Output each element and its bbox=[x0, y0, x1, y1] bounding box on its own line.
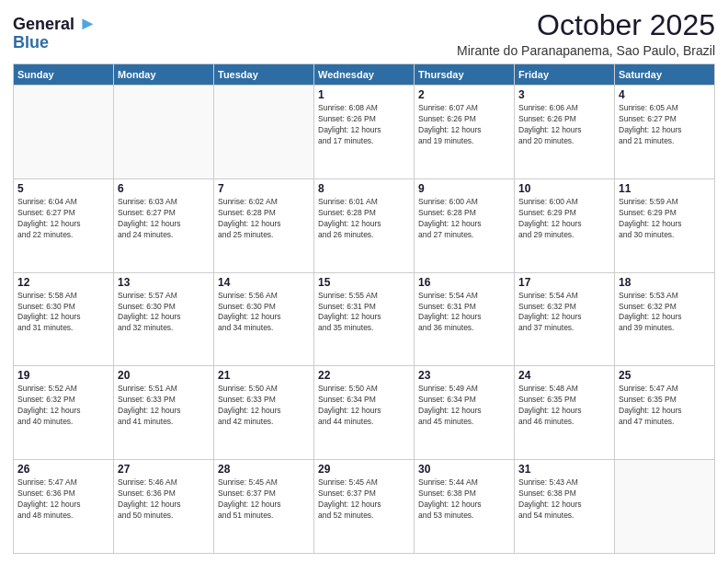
cell-info: Sunrise: 5:49 AM Sunset: 6:34 PM Dayligh… bbox=[418, 384, 510, 428]
calendar-cell: 4Sunrise: 6:05 AM Sunset: 6:27 PM Daylig… bbox=[615, 86, 715, 179]
calendar-cell: 22Sunrise: 5:50 AM Sunset: 6:34 PM Dayli… bbox=[314, 366, 415, 460]
day-number: 20 bbox=[118, 369, 210, 382]
day-number: 23 bbox=[418, 369, 510, 382]
calendar-cell: 15Sunrise: 5:55 AM Sunset: 6:31 PM Dayli… bbox=[314, 272, 415, 366]
week-row-1: 5Sunrise: 6:04 AM Sunset: 6:27 PM Daylig… bbox=[14, 178, 715, 272]
day-header-sunday: Sunday bbox=[14, 64, 114, 86]
day-number: 4 bbox=[619, 88, 711, 101]
day-number: 10 bbox=[518, 182, 610, 195]
logo-general: General bbox=[13, 15, 74, 33]
day-number: 9 bbox=[418, 182, 510, 195]
cell-info: Sunrise: 6:07 AM Sunset: 6:26 PM Dayligh… bbox=[418, 103, 510, 147]
cell-info: Sunrise: 5:47 AM Sunset: 6:36 PM Dayligh… bbox=[17, 477, 109, 522]
cell-info: Sunrise: 5:57 AM Sunset: 6:30 PM Dayligh… bbox=[118, 291, 210, 335]
cell-info: Sunrise: 5:52 AM Sunset: 6:32 PM Dayligh… bbox=[17, 384, 109, 428]
day-number: 12 bbox=[17, 276, 109, 289]
cell-info: Sunrise: 5:44 AM Sunset: 6:38 PM Dayligh… bbox=[418, 477, 510, 522]
calendar-cell: 8Sunrise: 6:01 AM Sunset: 6:28 PM Daylig… bbox=[314, 178, 415, 272]
calendar-cell bbox=[114, 86, 214, 179]
calendar-cell: 13Sunrise: 5:57 AM Sunset: 6:30 PM Dayli… bbox=[114, 272, 214, 366]
day-header-friday: Friday bbox=[515, 64, 615, 86]
calendar-cell: 7Sunrise: 6:02 AM Sunset: 6:28 PM Daylig… bbox=[214, 178, 314, 272]
day-header-thursday: Thursday bbox=[415, 64, 515, 86]
day-header-wednesday: Wednesday bbox=[314, 64, 415, 86]
logo-blue: Blue bbox=[13, 34, 49, 52]
week-row-0: 1Sunrise: 6:08 AM Sunset: 6:26 PM Daylig… bbox=[14, 86, 715, 179]
cell-info: Sunrise: 5:51 AM Sunset: 6:33 PM Dayligh… bbox=[118, 384, 210, 428]
calendar-cell: 18Sunrise: 5:53 AM Sunset: 6:32 PM Dayli… bbox=[615, 272, 715, 366]
cell-info: Sunrise: 6:06 AM Sunset: 6:26 PM Dayligh… bbox=[518, 103, 610, 147]
day-number: 30 bbox=[418, 463, 510, 476]
calendar-cell: 2Sunrise: 6:07 AM Sunset: 6:26 PM Daylig… bbox=[415, 86, 515, 179]
day-number: 14 bbox=[218, 276, 310, 289]
cell-info: Sunrise: 5:58 AM Sunset: 6:30 PM Dayligh… bbox=[17, 291, 109, 335]
page: General ► Blue October 2025 Mirante do P… bbox=[0, 0, 728, 563]
month-title: October 2025 bbox=[457, 9, 715, 41]
day-number: 31 bbox=[518, 463, 610, 476]
calendar-cell: 27Sunrise: 5:46 AM Sunset: 6:36 PM Dayli… bbox=[114, 460, 214, 554]
calendar-cell: 30Sunrise: 5:44 AM Sunset: 6:38 PM Dayli… bbox=[415, 460, 515, 554]
calendar-cell: 12Sunrise: 5:58 AM Sunset: 6:30 PM Dayli… bbox=[14, 272, 114, 366]
calendar-cell: 5Sunrise: 6:04 AM Sunset: 6:27 PM Daylig… bbox=[14, 178, 114, 272]
day-number: 2 bbox=[418, 88, 510, 101]
day-number: 13 bbox=[118, 276, 210, 289]
calendar-cell bbox=[14, 86, 114, 179]
location: Mirante do Paranapanema, Sao Paulo, Braz… bbox=[457, 43, 715, 58]
calendar-cell: 29Sunrise: 5:45 AM Sunset: 6:37 PM Dayli… bbox=[314, 460, 415, 554]
cell-info: Sunrise: 6:04 AM Sunset: 6:27 PM Dayligh… bbox=[17, 197, 109, 241]
calendar-cell: 19Sunrise: 5:52 AM Sunset: 6:32 PM Dayli… bbox=[14, 366, 114, 460]
cell-info: Sunrise: 5:55 AM Sunset: 6:31 PM Dayligh… bbox=[318, 291, 410, 335]
day-number: 18 bbox=[619, 276, 711, 289]
cell-info: Sunrise: 6:02 AM Sunset: 6:28 PM Dayligh… bbox=[218, 197, 310, 241]
day-header-saturday: Saturday bbox=[615, 64, 715, 86]
cell-info: Sunrise: 5:45 AM Sunset: 6:37 PM Dayligh… bbox=[318, 477, 410, 522]
calendar-cell: 9Sunrise: 6:00 AM Sunset: 6:28 PM Daylig… bbox=[415, 178, 515, 272]
day-number: 26 bbox=[17, 463, 109, 476]
day-number: 11 bbox=[619, 182, 711, 195]
cell-info: Sunrise: 5:54 AM Sunset: 6:31 PM Dayligh… bbox=[418, 291, 510, 335]
calendar-cell bbox=[615, 460, 715, 554]
day-number: 22 bbox=[318, 369, 410, 382]
cell-info: Sunrise: 6:00 AM Sunset: 6:29 PM Dayligh… bbox=[518, 197, 610, 241]
calendar-cell: 21Sunrise: 5:50 AM Sunset: 6:33 PM Dayli… bbox=[214, 366, 314, 460]
calendar-cell: 28Sunrise: 5:45 AM Sunset: 6:37 PM Dayli… bbox=[214, 460, 314, 554]
cell-info: Sunrise: 5:43 AM Sunset: 6:38 PM Dayligh… bbox=[518, 477, 610, 522]
cell-info: Sunrise: 6:03 AM Sunset: 6:27 PM Dayligh… bbox=[118, 197, 210, 241]
calendar-cell: 6Sunrise: 6:03 AM Sunset: 6:27 PM Daylig… bbox=[114, 178, 214, 272]
cell-info: Sunrise: 5:50 AM Sunset: 6:33 PM Dayligh… bbox=[218, 384, 310, 428]
week-row-3: 19Sunrise: 5:52 AM Sunset: 6:32 PM Dayli… bbox=[14, 366, 715, 460]
calendar-cell: 11Sunrise: 5:59 AM Sunset: 6:29 PM Dayli… bbox=[615, 178, 715, 272]
cell-info: Sunrise: 5:53 AM Sunset: 6:32 PM Dayligh… bbox=[619, 291, 711, 335]
day-number: 17 bbox=[518, 276, 610, 289]
calendar-cell: 10Sunrise: 6:00 AM Sunset: 6:29 PM Dayli… bbox=[515, 178, 615, 272]
logo: General ► Blue bbox=[13, 13, 97, 52]
calendar-cell: 3Sunrise: 6:06 AM Sunset: 6:26 PM Daylig… bbox=[515, 86, 615, 179]
calendar-cell: 1Sunrise: 6:08 AM Sunset: 6:26 PM Daylig… bbox=[314, 86, 415, 179]
cell-info: Sunrise: 6:01 AM Sunset: 6:28 PM Dayligh… bbox=[318, 197, 410, 241]
title-block: October 2025 Mirante do Paranapanema, Sa… bbox=[457, 9, 715, 58]
week-row-2: 12Sunrise: 5:58 AM Sunset: 6:30 PM Dayli… bbox=[14, 272, 715, 366]
calendar-cell: 31Sunrise: 5:43 AM Sunset: 6:38 PM Dayli… bbox=[515, 460, 615, 554]
calendar-cell: 25Sunrise: 5:47 AM Sunset: 6:35 PM Dayli… bbox=[615, 366, 715, 460]
day-number: 3 bbox=[518, 88, 610, 101]
calendar-cell: 14Sunrise: 5:56 AM Sunset: 6:30 PM Dayli… bbox=[214, 272, 314, 366]
calendar-cell bbox=[214, 86, 314, 179]
day-number: 19 bbox=[17, 369, 109, 382]
calendar-table: SundayMondayTuesdayWednesdayThursdayFrid… bbox=[13, 63, 715, 554]
day-number: 29 bbox=[318, 463, 410, 476]
cell-info: Sunrise: 5:46 AM Sunset: 6:36 PM Dayligh… bbox=[118, 477, 210, 522]
day-number: 21 bbox=[218, 369, 310, 382]
day-number: 25 bbox=[619, 369, 711, 382]
calendar-cell: 20Sunrise: 5:51 AM Sunset: 6:33 PM Dayli… bbox=[114, 366, 214, 460]
day-header-tuesday: Tuesday bbox=[214, 64, 314, 86]
logo-arrow-icon: ► bbox=[79, 13, 97, 33]
day-number: 27 bbox=[118, 463, 210, 476]
cell-info: Sunrise: 6:05 AM Sunset: 6:27 PM Dayligh… bbox=[619, 103, 711, 147]
calendar-cell: 17Sunrise: 5:54 AM Sunset: 6:32 PM Dayli… bbox=[515, 272, 615, 366]
calendar-cell: 16Sunrise: 5:54 AM Sunset: 6:31 PM Dayli… bbox=[415, 272, 515, 366]
cell-info: Sunrise: 5:45 AM Sunset: 6:37 PM Dayligh… bbox=[218, 477, 310, 522]
day-number: 8 bbox=[318, 182, 410, 195]
day-number: 6 bbox=[118, 182, 210, 195]
calendar-header-row: SundayMondayTuesdayWednesdayThursdayFrid… bbox=[14, 64, 715, 86]
day-number: 28 bbox=[218, 463, 310, 476]
